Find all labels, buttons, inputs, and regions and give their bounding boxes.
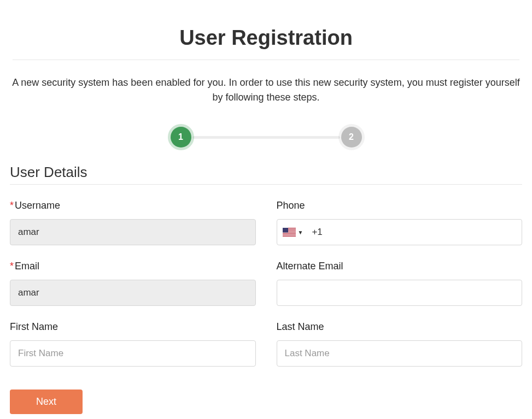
field-username: *Username: [10, 200, 256, 245]
stepper: 1 2: [10, 127, 522, 147]
step-2: 2: [341, 127, 362, 147]
first-name-input[interactable]: [10, 340, 256, 367]
last-name-label: Last Name: [277, 321, 523, 333]
next-button[interactable]: Next: [10, 390, 83, 414]
svg-rect-4: [283, 233, 296, 233]
svg-rect-6: [283, 235, 296, 236]
form-actions: Next: [10, 390, 522, 414]
country-select[interactable]: ▼: [283, 228, 307, 237]
alt-email-label: Alternate Email: [277, 261, 523, 272]
required-star: *: [10, 200, 14, 211]
field-last-name: Last Name: [277, 321, 523, 367]
form-grid: *Username Phone ▼: [10, 200, 522, 367]
phone-input[interactable]: [328, 220, 516, 245]
step-1: 1: [171, 127, 191, 147]
section-divider: [10, 184, 522, 185]
field-phone: Phone ▼ +1: [277, 200, 523, 245]
first-name-label: First Name: [10, 321, 256, 333]
required-star: *: [10, 261, 14, 272]
field-first-name: First Name: [10, 321, 256, 367]
intro-text: A new security system has been enabled f…: [10, 75, 522, 105]
username-label: *Username: [10, 200, 256, 211]
step-line: [192, 136, 340, 139]
email-label: *Email: [10, 261, 256, 272]
svg-rect-7: [283, 228, 288, 233]
field-email: *Email: [10, 261, 256, 306]
phone-prefix: +1: [312, 227, 322, 238]
chevron-down-icon: ▼: [298, 229, 303, 235]
page-title: User Registration: [10, 26, 522, 50]
field-alt-email: Alternate Email: [277, 261, 523, 306]
title-divider: [13, 60, 519, 60]
phone-input-wrap: ▼ +1: [277, 219, 523, 245]
phone-label: Phone: [277, 200, 523, 211]
svg-rect-5: [283, 234, 296, 234]
username-input[interactable]: [10, 219, 256, 245]
us-flag-icon: [283, 228, 296, 237]
section-title: User Details: [10, 164, 522, 181]
last-name-input[interactable]: [277, 340, 523, 367]
alt-email-input[interactable]: [277, 280, 523, 306]
email-input[interactable]: [10, 280, 256, 306]
